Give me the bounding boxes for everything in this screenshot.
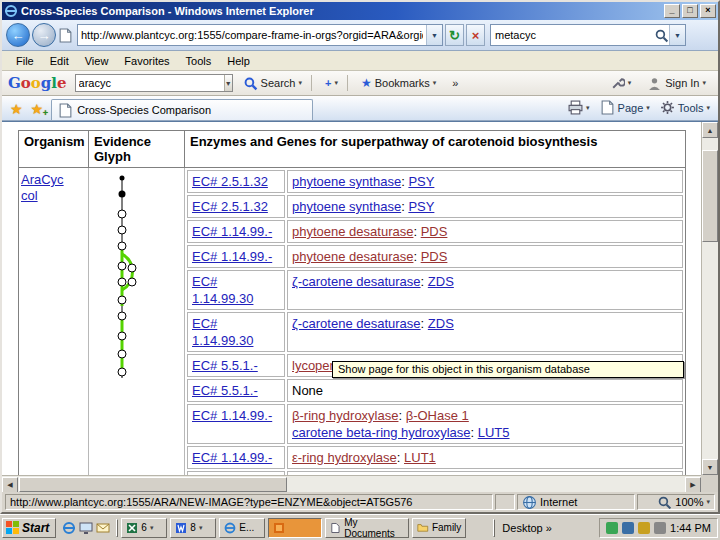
gene-link[interactable]: LUT5	[478, 425, 510, 440]
title-bar[interactable]: Cross-Species Comparison - Windows Inter…	[2, 2, 718, 20]
address-input[interactable]	[78, 29, 426, 41]
enzyme-link[interactable]: ζ-carotene desaturase	[292, 316, 421, 331]
taskbar-active-window-button[interactable]	[268, 518, 322, 538]
google-search-button[interactable]: Search ▾	[237, 73, 308, 94]
search-dropdown-button[interactable]: ▼	[669, 25, 685, 45]
horizontal-scrollbar[interactable]: ◀ ▶	[2, 475, 701, 492]
gene-link[interactable]: LUT1	[404, 450, 436, 465]
browser-search-input[interactable]	[491, 29, 654, 41]
close-button[interactable]: ×	[700, 4, 716, 18]
quick-launch-mail-icon[interactable]	[96, 521, 110, 535]
organism-link[interactable]: AraCyc col	[21, 172, 83, 204]
gene-link[interactable]: β-OHase 1	[406, 408, 469, 423]
google-search-dropdown[interactable]: ▼	[224, 75, 232, 91]
ec-number-link[interactable]: EC# 1.14.99.-	[192, 224, 272, 239]
minimize-button[interactable]: _	[664, 4, 680, 18]
search-icon[interactable]	[654, 28, 669, 43]
toolbar-overflow-button[interactable]: »	[446, 74, 464, 92]
back-button[interactable]: ←	[6, 23, 30, 47]
quick-launch-desktop-icon[interactable]	[79, 521, 93, 535]
enzyme-link[interactable]: phytoene desaturase	[292, 224, 413, 239]
stop-button[interactable]: ×	[466, 24, 485, 46]
command-bar-right: ▾ Page ▾ Tools ▾	[564, 98, 714, 120]
google-search-input[interactable]	[76, 77, 224, 89]
separator: :	[471, 425, 478, 440]
menu-file[interactable]: File	[8, 53, 42, 69]
menu-tools[interactable]: Tools	[178, 53, 220, 69]
gene-link[interactable]: PDS	[421, 224, 448, 239]
maximize-button[interactable]: □	[682, 4, 698, 18]
taskbar-button-label: Family	[432, 522, 461, 533]
ec-number-link[interactable]: EC# 1.14.99.-	[192, 408, 272, 423]
vertical-scrollbar[interactable]: ▲ ▼	[701, 122, 718, 475]
taskbar-excel-group-button[interactable]: 6 ▾	[121, 518, 167, 538]
scroll-right-button[interactable]: ▶	[685, 477, 701, 492]
enzyme-link[interactable]: ζ-carotene desaturase	[292, 274, 421, 289]
ec-number-link[interactable]: EC# 2.5.1.32	[192, 199, 268, 214]
toolbar-settings-button[interactable]: ▾	[604, 73, 638, 94]
browser-window: Cross-Species Comparison - Windows Inter…	[0, 0, 720, 514]
pathway-evidence-glyph[interactable]	[95, 170, 149, 382]
quick-launch-ie-icon[interactable]	[62, 521, 76, 535]
gene-link[interactable]: PSY	[408, 174, 434, 189]
gene-link[interactable]: PSY	[408, 199, 434, 214]
gene-link[interactable]: PDS	[421, 249, 448, 264]
refresh-button[interactable]: ↻	[445, 24, 464, 46]
scroll-up-button[interactable]: ▲	[702, 122, 718, 138]
taskbar-explorer-button[interactable]: E...	[219, 518, 265, 538]
status-zoom[interactable]: 100% ▾	[637, 494, 715, 510]
sign-in-button[interactable]: Sign In ▾	[641, 73, 712, 94]
google-toolbar-right: ▾ Sign In ▾	[600, 73, 712, 94]
google-plus-button[interactable]: +▾	[319, 74, 344, 92]
taskbar-my-documents-button[interactable]: My Documents	[325, 518, 409, 538]
page-menu-button[interactable]: Page ▾	[596, 98, 654, 117]
print-button[interactable]: ▾	[564, 98, 594, 117]
taskbar-family-button[interactable]: Family	[412, 518, 466, 538]
enzyme-link[interactable]: β-ring hydroxylase	[292, 408, 398, 423]
enzyme-link[interactable]: phytoene synthase	[292, 199, 401, 214]
ec-number-link[interactable]: EC# 1.14.99.30	[192, 274, 253, 306]
status-url: http://www.plantcyc.org:1555/ARA/NEW-IMA…	[5, 494, 493, 510]
taskbar-button-label: 8	[190, 522, 196, 533]
start-button[interactable]: Start	[2, 518, 56, 538]
gene-link[interactable]: ZDS	[428, 316, 454, 331]
table-row: EC# 1.14.99.- phytoene desaturase: PDS	[187, 220, 683, 243]
ec-number-link[interactable]: EC# 5.5.1.-	[192, 358, 258, 373]
chevron-right-icon[interactable]: »	[546, 522, 552, 534]
google-search-icon	[243, 76, 258, 91]
menu-edit[interactable]: Edit	[42, 53, 77, 69]
enzyme-link[interactable]: ε-ring hydroxylase	[292, 450, 397, 465]
google-bookmarks-button[interactable]: ★ Bookmarks ▾	[355, 73, 442, 93]
tray-update-icon[interactable]	[638, 522, 650, 534]
horizontal-scroll-thumb[interactable]	[19, 477, 287, 492]
tray-volume-icon[interactable]	[654, 522, 666, 534]
chevron-down-icon: ▾	[150, 524, 154, 532]
scroll-left-button[interactable]: ◀	[2, 477, 18, 492]
favorites-button[interactable]: ★	[6, 101, 27, 120]
tray-antivirus-icon[interactable]	[606, 522, 618, 534]
gene-link[interactable]: ZDS	[428, 274, 454, 289]
address-dropdown-button[interactable]: ▼	[426, 25, 442, 45]
vertical-scroll-thumb[interactable]	[702, 150, 718, 242]
tab-cross-species-comparison[interactable]: Cross-Species Comparison	[51, 99, 313, 120]
ec-number-link[interactable]: EC# 1.14.99.30	[192, 316, 253, 348]
tray-network-icon[interactable]	[622, 522, 634, 534]
menu-favorites[interactable]: Favorites	[116, 53, 177, 69]
ec-number-link[interactable]: EC# 2.5.1.32	[192, 174, 268, 189]
menu-help[interactable]: Help	[219, 53, 258, 69]
enzyme-link[interactable]: phytoene desaturase	[292, 249, 413, 264]
enzyme-link[interactable]: carotene beta-ring hydroxylase	[292, 425, 471, 440]
enzyme-gene-table: EC# 2.5.1.32 phytoene synthase: PSY EC# …	[185, 168, 685, 492]
add-favorite-button[interactable]: ★+	[27, 101, 48, 120]
ec-number-link[interactable]: EC# 1.14.99.-	[192, 450, 272, 465]
desktop-toolbar[interactable]: Desktop »	[498, 522, 555, 534]
menu-view[interactable]: View	[77, 53, 117, 69]
scroll-down-button[interactable]: ▼	[702, 459, 718, 475]
chevron-down-icon: ▾	[334, 79, 338, 87]
tools-menu-button[interactable]: Tools ▾	[656, 98, 714, 117]
ec-number-link[interactable]: EC# 1.14.99.-	[192, 249, 272, 264]
forward-button[interactable]: →	[32, 23, 56, 47]
enzyme-link[interactable]: phytoene synthase	[292, 174, 401, 189]
taskbar-word-group-button[interactable]: 8 ▾	[170, 518, 216, 538]
ec-number-link[interactable]: EC# 5.5.1.-	[192, 383, 258, 398]
